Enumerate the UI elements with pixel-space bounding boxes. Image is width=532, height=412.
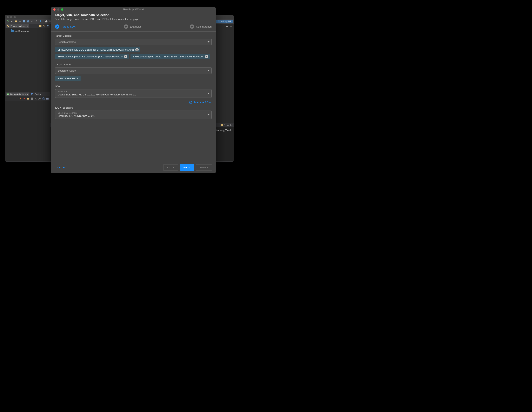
chevron-down-icon (208, 41, 209, 43)
svg-rect-12 (31, 94, 32, 95)
chevron-down-icon (208, 70, 209, 71)
step-target[interactable]: Target, SDK (55, 24, 76, 29)
open-console-icon[interactable] (220, 124, 223, 126)
link-editor-icon[interactable] (43, 25, 46, 27)
flame2-icon[interactable] (23, 97, 26, 100)
target-device-placeholder: Search or Select (58, 69, 76, 72)
chevron-down-icon (208, 114, 209, 115)
wizard-min[interactable] (57, 8, 59, 11)
finish-button[interactable]: FINISH (196, 164, 212, 171)
svg-rect-18 (230, 25, 232, 27)
svg-rect-0 (15, 20, 17, 22)
wrench2-icon[interactable] (38, 97, 41, 100)
project-explorer-label: Project Explorer (10, 25, 26, 27)
outline-icon (31, 93, 34, 96)
tb-saveall-icon[interactable] (26, 20, 30, 23)
debug-adapters-toolbar (5, 96, 50, 101)
wizard-footer: CANCEL BACK NEXT FINISH (51, 162, 216, 173)
outline-tab[interactable]: Outline (30, 92, 43, 96)
pencil-icon (56, 25, 58, 28)
remove-chip-icon[interactable] (124, 55, 127, 58)
console-min-icon[interactable] (226, 124, 229, 126)
tb-new-icon[interactable] (14, 20, 18, 23)
svg-rect-16 (47, 98, 48, 99)
toolchain-combo[interactable]: Select IDE / Toolchain Simplicity IDE / … (55, 110, 212, 119)
back-button[interactable]: BACK (163, 164, 178, 171)
flame1-icon[interactable] (19, 97, 22, 100)
device-chip: EFM32G890F128 (55, 76, 81, 81)
doc-icon[interactable] (30, 97, 33, 100)
debug-adapters-tab[interactable]: Debug Adapters × (6, 92, 29, 96)
traffic-max[interactable] (14, 16, 16, 18)
collapse-all-icon[interactable] (39, 25, 42, 27)
filter-icon[interactable] (47, 25, 49, 27)
svg-rect-1 (23, 20, 25, 22)
chip-icon (7, 93, 9, 96)
svg-rect-4 (32, 21, 33, 22)
wizard-subheading: Select the target board, device, SDK, an… (55, 18, 212, 20)
wizard-titlebar: New Project Wizard (51, 7, 216, 12)
traffic-min[interactable] (10, 16, 12, 18)
step-examples-icon (124, 24, 128, 29)
svg-rect-3 (27, 20, 29, 22)
project-explorer-tab[interactable]: Project Explorer × (6, 24, 29, 28)
target-device-combo[interactable]: Search or Select (55, 67, 212, 74)
tb-download-icon[interactable] (39, 20, 42, 23)
wizard-max[interactable] (61, 8, 63, 11)
outline-label: Outline (35, 93, 41, 95)
wizard-dialog: New Project Wizard Target, SDK, and Tool… (51, 7, 216, 173)
tb-save-icon[interactable] (22, 20, 26, 23)
gear-tb-icon[interactable] (42, 97, 45, 100)
wizard-close[interactable] (53, 8, 56, 11)
step-config[interactable]: Configuration (190, 24, 212, 29)
tb-hammer-icon[interactable] (30, 20, 34, 23)
svg-rect-11 (32, 93, 33, 94)
target-boards-combo[interactable]: Search or Select (55, 39, 212, 45)
close-icon[interactable]: × (27, 93, 28, 95)
svg-rect-10 (31, 93, 32, 94)
debug-adapters-label: Debug Adapters (10, 93, 26, 95)
sdk-combo[interactable]: Select SDK Gecko SDK Suite: MCU 5.10.2.0… (55, 89, 212, 98)
tree-item-project[interactable]: ▸ efm32-example (6, 29, 48, 32)
next-button[interactable]: NEXT (180, 164, 194, 171)
step-examples-label: Examples (130, 25, 142, 28)
remove-chip-icon[interactable] (135, 48, 139, 51)
project-explorer-body: ▸ efm32-example (5, 28, 50, 92)
device-chip-label: EFM32G890F128 (58, 77, 78, 80)
explorer-tabbar: Project Explorer × (5, 24, 50, 28)
minimize-icon[interactable] (226, 24, 228, 27)
x-icon[interactable] (34, 97, 37, 100)
home-icon (45, 20, 48, 23)
perspective-simplicity[interactable]: Simplicity IDE (216, 20, 233, 23)
close-icon[interactable]: × (27, 25, 28, 27)
tb-dropdown-icon[interactable]: ▾ (10, 20, 13, 23)
debug-adapters-body (5, 101, 50, 161)
svg-rect-13 (27, 98, 29, 99)
tb-wrench-icon[interactable] (35, 20, 38, 23)
maximize-icon[interactable] (230, 24, 232, 27)
remove-chip-icon[interactable] (205, 55, 208, 58)
chevron-down-icon[interactable]: ▾ (224, 124, 225, 126)
wizard-form: Target Boards: Search or Select EFM32 Ge… (51, 32, 216, 162)
traffic-close[interactable] (7, 16, 9, 18)
gear-icon (189, 101, 193, 104)
svg-rect-6 (8, 26, 9, 27)
tb-cube-icon[interactable] (6, 20, 9, 23)
cancel-button[interactable]: CANCEL (55, 166, 66, 169)
folder2-icon[interactable] (27, 97, 29, 100)
step-config-label: Configuration (196, 25, 212, 28)
lower-tabs: Debug Adapters × Outline (5, 92, 50, 96)
svg-rect-17 (226, 26, 228, 27)
traffic-lights (7, 16, 16, 18)
svg-rect-20 (227, 126, 229, 126)
manage-sdks[interactable]: Manage SDKs (55, 101, 212, 104)
window-icon[interactable] (46, 97, 49, 100)
svg-rect-7 (39, 25, 42, 27)
ide-left-pane: Project Explorer × ▸ efm32-example (5, 24, 50, 161)
tb-dropdown2-icon[interactable]: ▾ (18, 20, 21, 23)
console-max-icon[interactable] (230, 124, 233, 126)
folder-icon (11, 30, 14, 32)
board-chip: EFM32 Gecko DK MCU Board (for BRD3201) (… (55, 47, 140, 52)
step-examples[interactable]: Examples (124, 24, 142, 29)
wizard-title: New Project Wizard (65, 8, 202, 11)
